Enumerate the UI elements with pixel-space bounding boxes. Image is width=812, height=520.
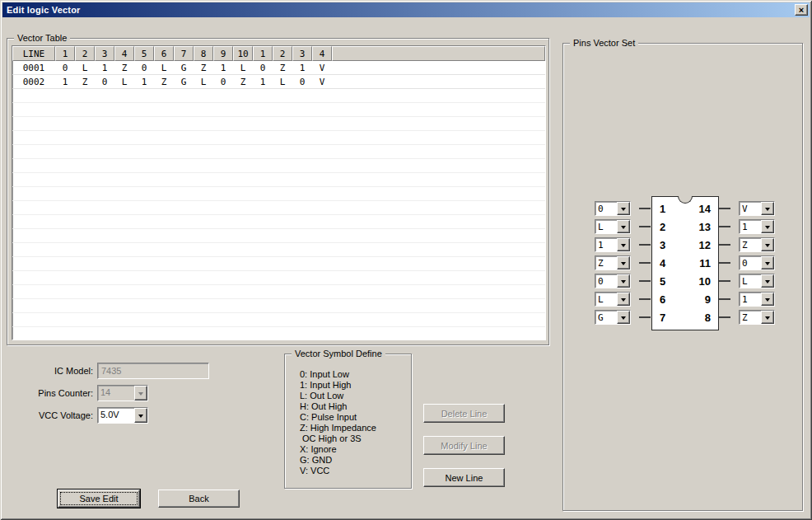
pin-row: 1 <box>595 237 651 252</box>
pin-8-select[interactable]: Z <box>739 310 775 325</box>
pin-row: L <box>595 292 651 307</box>
chevron-down-glyph <box>621 298 626 302</box>
vector-symbol-define-group: Vector Symbol Define 0: Input Low1: Inpu… <box>284 354 412 489</box>
chevron-down-icon[interactable] <box>617 293 630 306</box>
chip-pin-number: 8 <box>699 309 711 327</box>
pin-11-select[interactable]: 0 <box>739 255 775 270</box>
pin-7-select[interactable]: G <box>595 310 631 325</box>
pin-14-value: V <box>740 202 761 215</box>
vector-cell: L <box>273 75 292 88</box>
pin-row: L <box>595 219 651 234</box>
pin-6-value: L <box>595 293 617 306</box>
vector-table-body: 00010L1Z0LGZ1L0Z1V00021Z0L1ZGL0Z1L0V <box>12 61 545 340</box>
chevron-down-icon[interactable] <box>761 274 774 288</box>
vector-table[interactable]: LINE123456789101234 00010L1Z0LGZ1L0Z1V00… <box>12 45 546 340</box>
pin-4-select[interactable]: Z <box>595 255 631 270</box>
chevron-down-icon[interactable] <box>617 274 630 288</box>
chip-pin-number: 1 <box>660 200 665 218</box>
row-filler <box>332 75 545 88</box>
close-icon: × <box>799 6 804 15</box>
back-button[interactable]: Back <box>158 490 240 508</box>
chevron-down-icon[interactable] <box>761 220 774 233</box>
chevron-down-icon[interactable] <box>134 408 147 423</box>
pin-12-value: Z <box>740 238 761 251</box>
pin-lead <box>639 244 651 246</box>
empty-row <box>12 117 545 131</box>
chevron-down-glyph <box>621 262 626 265</box>
chevron-down-icon[interactable] <box>617 256 630 269</box>
vector-cell: Z <box>233 75 253 88</box>
pin-lead <box>719 280 730 282</box>
chevron-down-glyph <box>621 316 626 320</box>
new-line-button[interactable]: New Line <box>423 468 505 487</box>
pin-8-value: Z <box>740 311 761 324</box>
pin-14-select[interactable]: V <box>739 201 775 216</box>
vector-cell: 1 <box>253 75 273 88</box>
vector-cell: V <box>312 61 332 74</box>
chevron-down-icon[interactable] <box>617 202 630 215</box>
vector-row[interactable]: 00021Z0L1ZGL0Z1L0V <box>12 75 545 89</box>
symbol-definition: OC High or 3S <box>300 433 376 444</box>
vector-cell: Z <box>154 75 174 88</box>
chip-pin-number: 5 <box>660 273 665 291</box>
chevron-down-glyph <box>621 208 626 211</box>
pin-row: Z <box>719 237 775 252</box>
symbol-definition: Z: High Impedance <box>300 423 376 433</box>
chevron-down-icon[interactable] <box>761 311 774 324</box>
pin-lead <box>639 298 651 300</box>
pins-counter-label: Pins Counter: <box>15 388 93 398</box>
pins-counter-select: 14 <box>97 385 148 401</box>
pin-10-select[interactable]: L <box>739 274 775 288</box>
pin-1-select[interactable]: 0 <box>595 201 631 216</box>
chevron-down-icon[interactable] <box>761 293 774 306</box>
vector-cell: 0 <box>134 61 154 74</box>
symbol-definition: 1: Input High <box>300 380 376 391</box>
row-filler <box>332 61 545 74</box>
empty-row <box>12 173 545 187</box>
close-button[interactable]: × <box>795 4 808 16</box>
chevron-down-icon[interactable] <box>617 238 630 251</box>
chevron-down-icon[interactable] <box>617 220 630 233</box>
pin-9-select[interactable]: 1 <box>739 292 775 307</box>
pin-row: L <box>719 274 775 288</box>
save-edit-button[interactable]: Save Edit <box>58 490 140 508</box>
pin-lead <box>719 298 730 300</box>
vector-row[interactable]: 00010L1Z0LGZ1L0Z1V <box>12 61 545 75</box>
pin-2-value: L <box>595 220 617 233</box>
empty-row <box>12 229 545 243</box>
chevron-down-icon[interactable] <box>617 311 630 324</box>
ic-model-input: 7435 <box>97 363 209 379</box>
pin-5-select[interactable]: 0 <box>595 274 631 288</box>
empty-row <box>12 187 545 201</box>
pin-6-select[interactable]: L <box>595 292 631 307</box>
pin-3-select[interactable]: 1 <box>595 237 631 252</box>
chevron-down-icon[interactable] <box>761 256 774 269</box>
chevron-down-icon <box>134 386 147 401</box>
vector-cell: Z <box>114 61 134 74</box>
column-header: 6 <box>154 46 174 61</box>
symbol-definition: G: GND <box>300 455 376 466</box>
vector-table-group: Vector Table LINE123456789101234 00010L1… <box>7 38 549 345</box>
chevron-down-icon[interactable] <box>761 238 774 251</box>
pin-row: G <box>595 310 651 325</box>
chevron-down-icon[interactable] <box>761 202 774 215</box>
vector-cell: 1 <box>55 75 75 88</box>
symbol-definition: X: Ignore <box>300 444 376 455</box>
pins-counter-value: 14 <box>98 386 134 401</box>
chevron-down-glyph <box>621 280 626 283</box>
pin-13-select[interactable]: 1 <box>739 219 775 234</box>
pin-12-select[interactable]: Z <box>739 237 775 252</box>
title-bar[interactable]: Edit logic Vector × <box>2 2 810 17</box>
empty-row <box>12 313 545 327</box>
delete-line-button: Delete Line <box>423 404 505 423</box>
column-header: 4 <box>114 46 134 61</box>
chevron-down-glyph <box>621 244 626 247</box>
vector-cell: Z <box>194 61 213 74</box>
chip-pin-number: 6 <box>660 291 665 309</box>
vcc-voltage-select[interactable]: 5.0V <box>97 407 148 424</box>
pin-2-select[interactable]: L <box>595 219 631 234</box>
column-header: 8 <box>194 46 213 61</box>
chevron-down-glyph <box>765 316 770 320</box>
column-header: 4 <box>312 46 332 61</box>
empty-row <box>12 145 545 159</box>
